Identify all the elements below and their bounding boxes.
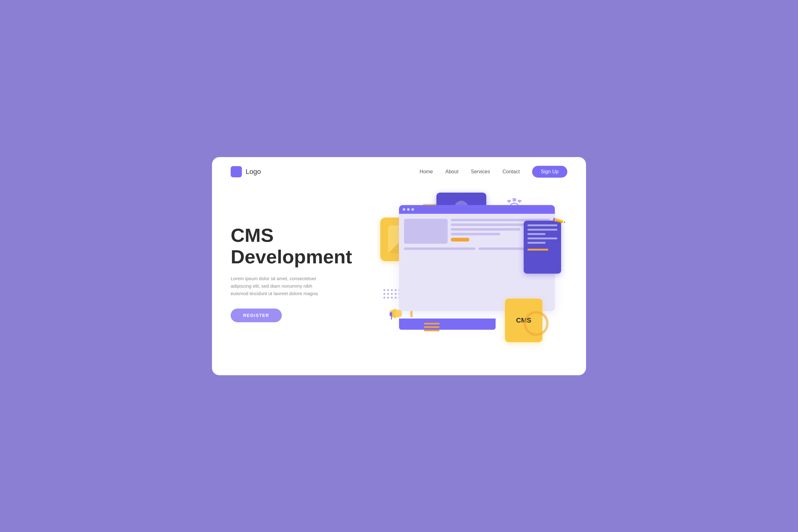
logo-area: Logo	[231, 166, 261, 177]
dot	[395, 289, 397, 291]
doc-line	[528, 229, 557, 231]
hero-title: CMS Development	[231, 225, 349, 267]
nav-about[interactable]: About	[445, 169, 458, 174]
hero-left: CMS Development Lorem ipsum dolor sit am…	[231, 225, 349, 322]
doc-line-yellow	[528, 249, 548, 251]
nav-home[interactable]: Home	[420, 169, 433, 174]
dot	[383, 293, 385, 295]
navbar: Logo Home About Services Contact Sign Up	[212, 157, 586, 186]
browser-block-1	[404, 219, 448, 244]
dot	[391, 293, 393, 295]
nav-contact[interactable]: Contact	[502, 169, 520, 174]
titlebar-dot-3	[412, 208, 414, 211]
main-card: Logo Home About Services Contact Sign Up…	[212, 157, 586, 375]
dot	[391, 289, 393, 291]
dot	[395, 297, 397, 299]
dot	[395, 293, 397, 295]
hero-subtitle: Lorem ipsum dolor sit amet, consectetuer…	[231, 275, 330, 297]
hamburger-line-2	[424, 326, 439, 328]
nav-services[interactable]: Services	[471, 169, 490, 174]
content-line	[451, 233, 500, 235]
doc-line	[528, 233, 546, 235]
dot	[383, 297, 385, 299]
orange-button	[451, 238, 470, 242]
circle-ring-decoration	[524, 311, 549, 336]
doc-line	[528, 242, 546, 244]
content-line	[451, 228, 520, 231]
register-button[interactable]: REGISTER	[231, 308, 282, 322]
nav-links: Home About Services Contact Sign Up	[420, 166, 567, 178]
titlebar-dot-1	[403, 208, 405, 211]
logo-icon	[231, 166, 242, 177]
hero-section: CMS Development Lorem ipsum dolor sit am…	[212, 186, 586, 373]
dot	[387, 297, 389, 299]
browser-bottom-bar	[399, 319, 496, 330]
dot	[387, 289, 389, 291]
hero-illustration: ▶	[362, 193, 567, 355]
titlebar-dot-2	[407, 208, 410, 211]
document-card: ✏️	[524, 221, 561, 274]
doc-line	[528, 238, 557, 239]
dot	[383, 289, 385, 291]
browser-titlebar	[399, 205, 555, 214]
doc-line	[528, 224, 557, 226]
hamburger-lines	[424, 323, 439, 331]
content-line	[404, 247, 475, 250]
svg-rect-3	[390, 312, 392, 316]
signup-button[interactable]: Sign Up	[532, 166, 567, 178]
logo-text: Logo	[246, 168, 261, 176]
dot	[387, 293, 389, 295]
megaphone-svg	[386, 304, 405, 323]
dot	[391, 297, 393, 299]
megaphone-icon	[386, 304, 405, 327]
hamburger-line-1	[424, 323, 439, 324]
hamburger-line-3	[424, 330, 439, 331]
